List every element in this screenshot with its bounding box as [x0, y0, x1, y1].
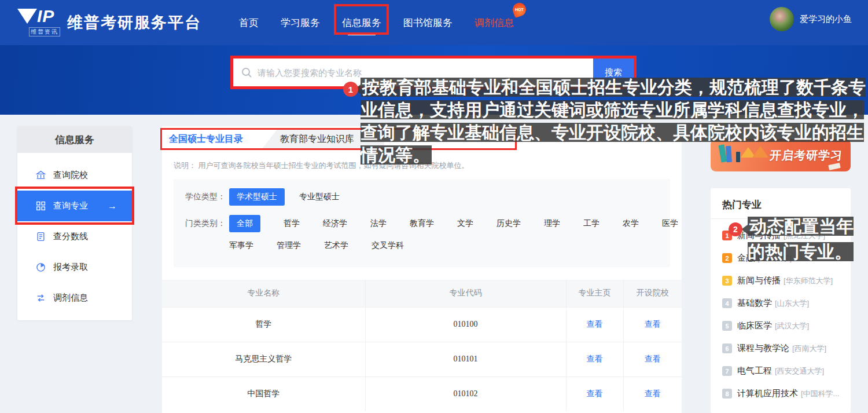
user-avatar[interactable] — [770, 7, 794, 31]
hot-item-school: [武汉大学] — [775, 321, 809, 331]
logo-subtext: 维普资讯 — [29, 27, 60, 36]
hot-item[interactable]: 4 基础数学 [山东大学] — [711, 292, 851, 315]
callout-text-1: 按教育部基础专业和全国硕士招生专业分类，规范梳理了数千条专业信息，支持用户通过关… — [361, 76, 868, 166]
nav-item-home[interactable]: 首页 — [239, 16, 259, 30]
category-option-engineering[interactable]: 工学 — [583, 218, 599, 229]
nav-item-study[interactable]: 学习服务 — [281, 16, 320, 30]
hot-item[interactable]: 7 电气工程 [西安交通大学] — [711, 360, 851, 382]
hot-item-school: [中国科学... — [801, 389, 839, 399]
rank-badge: 4 — [722, 298, 732, 308]
degree-filter-row: 学位类型： 学术型硕士 专业型硕士 — [185, 188, 340, 206]
hot-item[interactable]: 8 计算机应用技术 [中国科学... — [711, 382, 851, 405]
site-logo[interactable]: IP 维普资讯 维普考研服务平台 — [17, 8, 201, 38]
col-header-schools: 开设院校 — [623, 280, 682, 307]
rank-badge: 3 — [722, 276, 732, 286]
degree-option-professional[interactable]: 专业型硕士 — [299, 192, 340, 202]
view-homepage-link[interactable]: 查看 — [587, 389, 603, 398]
document-icon — [36, 232, 46, 242]
category-option-arts[interactable]: 艺术学 — [324, 240, 348, 251]
table-row: 马克思主义哲学 010101 查看 查看 — [162, 342, 682, 377]
rank-badge: 7 — [722, 366, 732, 376]
category-option-all[interactable]: 全部 — [229, 215, 260, 232]
sidebar-item-label: 查询院校 — [53, 170, 88, 181]
category-option-economics[interactable]: 经济学 — [323, 218, 347, 229]
hot-item[interactable]: 6 课程与教学论 [西南大学] — [711, 337, 851, 360]
view-homepage-link[interactable]: 查看 — [587, 354, 603, 363]
filter-panel: 学位类型： 学术型硕士 专业型硕士 门类类别： 全部 哲学 经济学 法学 教育学… — [174, 179, 670, 267]
hot-item[interactable]: 3 新闻与传播 [华东师范大学] — [711, 269, 851, 292]
sidebar-item-transfer-info[interactable]: 调剂信息 — [17, 283, 132, 313]
category-option-military[interactable]: 军事学 — [229, 240, 253, 251]
category-option-interdisciplinary[interactable]: 交叉学科 — [372, 240, 404, 251]
view-schools-link[interactable]: 查看 — [645, 319, 661, 328]
col-header-name: 专业名称 — [162, 280, 365, 307]
cell-code: 010102 — [365, 377, 566, 411]
hot-flame-icon: HOT — [511, 1, 528, 17]
hot-item-name: 基础数学 — [737, 298, 772, 309]
degree-filter-label: 学位类型： — [185, 192, 229, 202]
hot-item[interactable]: 5 临床医学 [武汉大学] — [711, 315, 851, 337]
hot-badge-text: HOT — [515, 8, 524, 12]
col-header-homepage: 专业主页 — [566, 280, 623, 307]
table-row: 中国哲学 010102 查看 查看 — [162, 377, 682, 411]
sidebar-item-admission[interactable]: 报考录取 — [17, 252, 132, 283]
logo-triangle — [17, 9, 37, 24]
view-schools-link[interactable]: 查看 — [645, 389, 661, 398]
category-option-law[interactable]: 法学 — [370, 218, 387, 229]
nav-item-library[interactable]: 图书馆服务 — [403, 16, 453, 30]
callout-text-2-content: 动态配置当年的热门专业。 — [748, 217, 854, 261]
category-filter-row: 门类类别： 全部 哲学 经济学 法学 教育学 文学 历史学 理学 工学 农学 医… — [185, 215, 678, 232]
hot-item-name: 临床医学 — [737, 320, 772, 331]
category-option-education[interactable]: 教育学 — [410, 218, 434, 229]
search-icon — [241, 67, 252, 78]
top-navbar: IP 维普资讯 维普考研服务平台 首页 学习服务 信息服务 图书馆服务 调剂信息… — [0, 0, 868, 45]
hot-item-school: [山东大学] — [775, 298, 809, 309]
vip-logo-icon: IP 维普资讯 — [17, 8, 60, 38]
table-row: 哲学 010100 查看 查看 — [162, 307, 682, 342]
sidebar-item-score-line[interactable]: 查分数线 — [17, 221, 132, 252]
hot-item-name: 新闻与传播 — [737, 275, 781, 286]
category-option-philosophy[interactable]: 哲学 — [284, 218, 300, 229]
cell-code: 010101 — [365, 342, 566, 377]
category-option-agriculture[interactable]: 农学 — [623, 218, 639, 229]
category-option-history[interactable]: 历史学 — [496, 218, 521, 229]
callout-number-2: 2 — [729, 222, 742, 236]
category-option-literature[interactable]: 文学 — [457, 218, 473, 229]
hot-item-name: 计算机应用技术 — [737, 388, 798, 399]
hot-item-school: [西安交通大学] — [775, 366, 824, 377]
callout-text-2: 动态配置当年的热门专业。 — [748, 214, 868, 265]
view-homepage-link[interactable]: 查看 — [587, 319, 603, 328]
pie-chart-icon — [36, 262, 46, 272]
logo-ip-text: IP — [37, 6, 54, 26]
cell-name: 哲学 — [162, 307, 365, 342]
swap-arrows-icon — [36, 293, 46, 303]
sidebar-item-label: 报考录取 — [53, 262, 88, 273]
degree-option-academic[interactable]: 学术型硕士 — [229, 188, 285, 206]
sidebar-menu: 查询院校 查询专业 → 查分数线 报考录取 调剂信息 — [17, 153, 132, 313]
callout-number-1: 1 — [343, 82, 358, 97]
user-name: 爱学习的小鱼 — [800, 14, 852, 25]
rank-badge: 2 — [722, 253, 732, 263]
view-schools-link[interactable]: 查看 — [645, 354, 661, 363]
hot-item-name: 课程与教学论 — [737, 343, 789, 354]
hot-item-name: 电气工程 — [737, 366, 772, 377]
hot-specialties-title: 热门专业 — [722, 198, 762, 211]
category-filter-row-2: 军事学 管理学 艺术学 交叉学科 — [229, 240, 404, 251]
site-title: 维普考研服务平台 — [67, 12, 201, 33]
category-option-medicine[interactable]: 医学 — [662, 218, 678, 229]
main-content-card: 全国硕士专业目录 教育部专业知识库 说明： 用户可查询各院校当年硕士招生专业的考… — [162, 126, 682, 413]
sidebar-item-label: 调剂信息 — [53, 293, 88, 304]
specialty-table: 专业名称 专业代码 专业主页 开设院校 哲学 010100 查看 查看 马克思主… — [162, 280, 682, 411]
annotation-box-nav-info — [334, 4, 389, 35]
col-header-code: 专业代码 — [365, 280, 566, 307]
sidebar-title: 信息服务 — [17, 126, 132, 153]
user-area[interactable]: 爱学习的小鱼 — [770, 7, 852, 31]
category-option-management[interactable]: 管理学 — [277, 240, 301, 251]
sidebar-item-label: 查分数线 — [53, 231, 88, 242]
hot-item-school: [西南大学] — [792, 343, 826, 354]
cell-name: 马克思主义哲学 — [162, 342, 365, 377]
callout-text-1-content: 按教育部基础专业和全国硕士招生专业分类，规范梳理了数千条专业信息，支持用户通过关… — [361, 78, 866, 165]
category-option-science[interactable]: 理学 — [544, 218, 560, 229]
table-header-row: 专业名称 专业代码 专业主页 开设院校 — [162, 280, 682, 307]
nav-item-transfer[interactable]: 调剂信息 HOT — [475, 16, 514, 30]
